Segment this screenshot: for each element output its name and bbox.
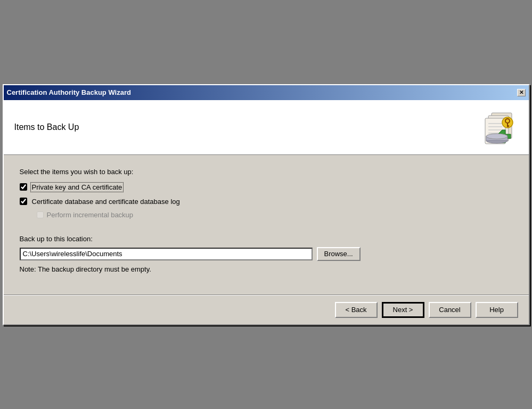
private-key-row: Private key and CA certificate: [20, 182, 513, 192]
incremental-backup-label: Perform incremental backup: [47, 211, 134, 219]
cert-database-checkbox[interactable]: [20, 198, 27, 205]
svg-rect-11: [507, 123, 508, 127]
location-label: Back up to this location:: [20, 235, 513, 243]
content-area: Select the items you wish to back up: Pr…: [4, 155, 529, 286]
private-key-checkbox[interactable]: [20, 183, 27, 191]
location-section: Back up to this location: Browse... Note…: [20, 235, 513, 273]
incremental-backup-checkbox[interactable]: [37, 211, 44, 218]
help-button[interactable]: Help: [476, 302, 518, 318]
header-title: Items to Back Up: [14, 122, 79, 132]
cert-database-row: Certificate database and certificate dat…: [20, 197, 513, 207]
note-text: Note: The backup directory must be empty…: [20, 265, 513, 273]
next-button[interactable]: Next >: [382, 302, 424, 318]
header-area: Items to Back Up: [4, 100, 529, 155]
dialog-title: Certification Authority Backup Wizard: [7, 88, 131, 96]
dialog-window: Certification Authority Backup Wizard ✕ …: [3, 84, 530, 325]
close-button[interactable]: ✕: [517, 89, 526, 96]
cert-database-label[interactable]: Certificate database and certificate dat…: [30, 197, 182, 207]
cancel-button[interactable]: Cancel: [429, 302, 471, 318]
svg-rect-12: [507, 125, 509, 126]
backup-wizard-icon: [476, 109, 518, 146]
incremental-backup-row: Perform incremental backup: [37, 211, 513, 219]
location-row: Browse...: [20, 247, 513, 261]
location-input[interactable]: [20, 248, 313, 260]
section-label: Select the items you wish to back up:: [20, 168, 513, 176]
browse-button[interactable]: Browse...: [317, 247, 361, 261]
wizard-icon-svg: [476, 109, 518, 146]
checkbox-group: Private key and CA certificate Certifica…: [20, 182, 513, 219]
private-key-label[interactable]: Private key and CA certificate: [30, 182, 124, 192]
button-bar: < Back Next > Cancel Help: [4, 296, 529, 324]
title-bar: Certification Authority Backup Wizard ✕: [4, 85, 529, 100]
svg-point-16: [486, 134, 508, 139]
back-button[interactable]: < Back: [335, 302, 378, 318]
svg-rect-13: [507, 126, 509, 127]
